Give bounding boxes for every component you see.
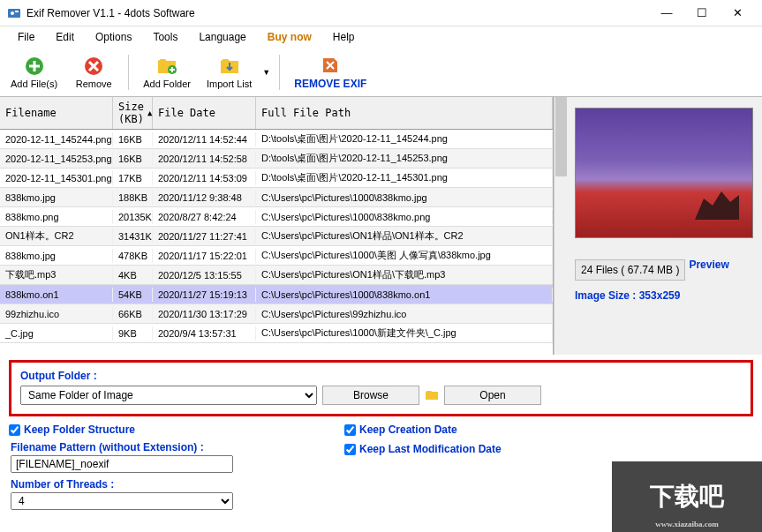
watermark: 下载吧 www.xiazaiba.com bbox=[612, 461, 762, 532]
file-grid: Filename Size (KB)▲ File Date Full File … bbox=[0, 97, 554, 355]
col-size[interactable]: Size (KB)▲ bbox=[113, 97, 153, 129]
add-folder-button[interactable]: Add Folder bbox=[138, 54, 196, 91]
menu-file[interactable]: File bbox=[7, 28, 45, 46]
add-files-button[interactable]: Add File(s) bbox=[5, 54, 63, 91]
menu-buy-now[interactable]: Buy now bbox=[257, 28, 322, 46]
pattern-label: Filename Pattern (without Extension) : bbox=[11, 441, 343, 453]
app-icon bbox=[7, 6, 21, 20]
add-icon bbox=[24, 56, 45, 77]
toolbar-separator bbox=[279, 55, 280, 90]
threads-label: Number of Threads : bbox=[11, 478, 343, 491]
output-folder-label: Output Folder : bbox=[20, 370, 742, 382]
open-button[interactable]: Open bbox=[444, 386, 541, 405]
remove-icon bbox=[83, 56, 104, 77]
menu-help[interactable]: Help bbox=[322, 28, 366, 46]
col-filedate[interactable]: File Date bbox=[153, 97, 256, 129]
threads-select[interactable]: 4 bbox=[11, 492, 233, 510]
menu-edit[interactable]: Edit bbox=[45, 28, 85, 46]
table-row[interactable]: 838kmo.on154KB2020/11/27 15:19:13C:\User… bbox=[0, 285, 553, 304]
minimize-button[interactable]: — bbox=[649, 1, 684, 26]
window-title: Exif Remover V1.1 - 4dots Software bbox=[26, 7, 649, 19]
table-row[interactable]: 2020-12-11_145244.png16KB2020/12/11 14:5… bbox=[0, 130, 553, 149]
remove-exif-icon bbox=[320, 55, 341, 76]
sort-arrow-icon: ▲ bbox=[147, 109, 152, 117]
grid-body[interactable]: 2020-12-11_145244.png16KB2020/12/11 14:5… bbox=[0, 130, 553, 355]
folder-add-icon bbox=[156, 56, 177, 77]
table-row[interactable]: _C.jpg9KB2020/9/4 13:57:31C:\Users\pc\Pi… bbox=[0, 324, 553, 343]
remove-button[interactable]: Remove bbox=[68, 54, 119, 91]
preview-link[interactable]: Preview bbox=[689, 259, 728, 271]
svg-point-1 bbox=[11, 11, 14, 15]
toolbar-separator bbox=[128, 55, 129, 90]
titlebar: Exif Remover V1.1 - 4dots Software — ☐ ✕ bbox=[0, 0, 762, 26]
import-icon bbox=[219, 56, 240, 77]
browse-button[interactable]: Browse bbox=[322, 386, 419, 405]
import-list-button[interactable]: Import List bbox=[201, 54, 257, 91]
table-row[interactable]: ON1样本。CR231431KB2020/11/27 11:27:41C:\Us… bbox=[0, 227, 553, 246]
col-filename[interactable]: Filename bbox=[0, 97, 113, 129]
table-row[interactable]: 838kmo.jpg478KB2020/11/17 15:22:01C:\Use… bbox=[0, 246, 553, 266]
menu-language[interactable]: Language bbox=[188, 28, 256, 46]
col-fullpath[interactable]: Full File Path bbox=[256, 97, 553, 129]
menu-options[interactable]: Options bbox=[85, 28, 142, 46]
table-row[interactable]: 下载吧.mp34KB2020/12/5 13:15:55C:\Users\pc\… bbox=[0, 266, 553, 285]
folder-icon bbox=[425, 388, 439, 402]
table-row[interactable]: 99zhizhu.ico66KB2020/11/30 13:17:29C:\Us… bbox=[0, 304, 553, 324]
pattern-input[interactable] bbox=[11, 455, 233, 473]
image-size-label: Image Size : 353x259 bbox=[575, 289, 758, 302]
keep-mod-check[interactable]: Keep Last Modification Date bbox=[344, 443, 502, 455]
remove-exif-button[interactable]: REMOVE EXIF bbox=[289, 53, 372, 92]
svg-rect-2 bbox=[15, 11, 19, 12]
maximize-button[interactable]: ☐ bbox=[684, 1, 720, 26]
output-folder-group: Output Folder : Same Folder of Image Bro… bbox=[9, 360, 753, 416]
preview-panel: 24 Files ( 67.74 MB ) Preview Image Size… bbox=[568, 97, 762, 355]
table-row[interactable]: 2020-12-11_145253.png16KB2020/12/11 14:5… bbox=[0, 149, 553, 169]
preview-image bbox=[575, 108, 753, 238]
grid-header: Filename Size (KB)▲ File Date Full File … bbox=[0, 97, 553, 130]
close-button[interactable]: ✕ bbox=[720, 1, 755, 26]
keep-folder-check[interactable]: Keep Folder Structure bbox=[9, 423, 344, 436]
file-summary: 24 Files ( 67.74 MB ) bbox=[575, 259, 685, 281]
menu-tools[interactable]: Tools bbox=[142, 28, 188, 46]
toolbar: Add File(s) Remove Add Folder Import Lis… bbox=[0, 48, 762, 97]
table-row[interactable]: 2020-12-11_145301.png17KB2020/12/11 14:5… bbox=[0, 169, 553, 188]
vertical-scrollbar[interactable] bbox=[554, 97, 568, 355]
menubar: File Edit Options Tools Language Buy now… bbox=[0, 26, 762, 48]
dropdown-arrow-icon[interactable]: ▼ bbox=[262, 68, 270, 77]
keep-creation-check[interactable]: Keep Creation Date bbox=[344, 423, 502, 436]
table-row[interactable]: 838kmo.jpg188KB2020/11/12 9:38:48C:\User… bbox=[0, 188, 553, 207]
output-folder-select[interactable]: Same Folder of Image bbox=[20, 386, 317, 405]
table-row[interactable]: 838kmo.png20135KB2020/8/27 8:42:24C:\Use… bbox=[0, 207, 553, 227]
